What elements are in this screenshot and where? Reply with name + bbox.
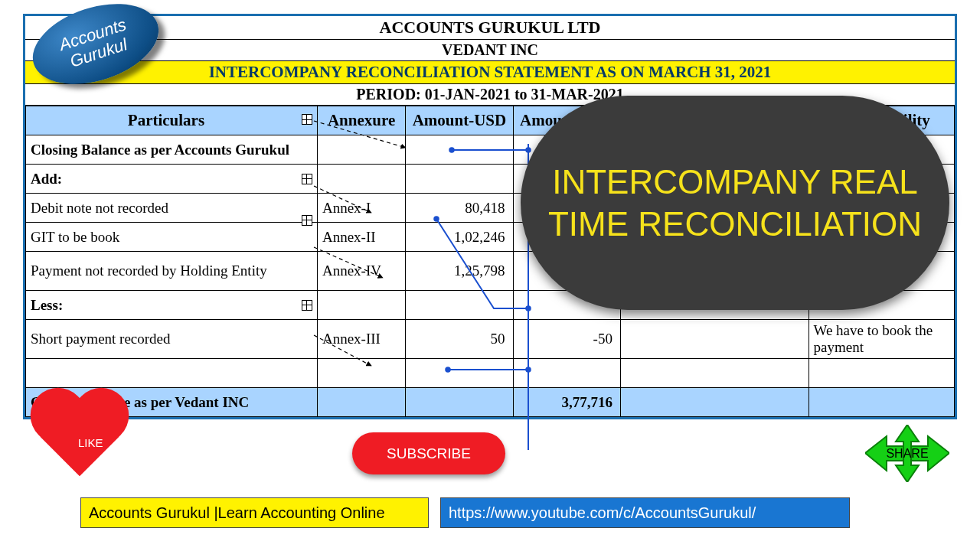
table-row: Short payment recorded Annex-III 50 -50 …: [26, 320, 955, 359]
like-label: LIKE: [78, 436, 103, 449]
company-1: ACCOUNTS GURUKUL LTD: [25, 16, 955, 40]
add-label: Add:: [26, 165, 318, 194]
col-amount-1: Amount-USD: [406, 106, 513, 135]
share-label: SHARE: [886, 447, 928, 461]
table-icon: [302, 300, 312, 311]
row-label: Short payment recorded: [26, 320, 318, 359]
row-amount: 50: [406, 320, 513, 359]
statement-title: INTERCOMPANY RECONCILIATION STATEMENT AS…: [25, 61, 955, 84]
footer-channel-name: Accounts Gurukul |Learn Accounting Onlin…: [80, 497, 429, 528]
table-icon: [302, 215, 312, 226]
like-heart-icon[interactable]: [54, 390, 161, 497]
row-label: Debit note not recorded: [26, 194, 318, 223]
closing-ag-label: Closing Balance as per Accounts Gurukul: [26, 135, 318, 165]
table-icon: [302, 114, 312, 125]
row-label: GIT to be book: [26, 223, 318, 252]
closing-row: Closing Balance as per Vedant INC 3,77,7…: [26, 388, 955, 417]
table-row: [26, 359, 955, 388]
footer-channel-url[interactable]: https://www.youtube.com/c/AccountsGuruku…: [440, 497, 850, 528]
less-label: Less:: [26, 291, 318, 320]
row-amount: 1,02,246: [406, 223, 513, 252]
row-amount: 1,25,798: [406, 252, 513, 291]
row-annex: Annex-III: [317, 320, 405, 359]
company-2: VEDANT INC: [25, 40, 955, 61]
closing-v-amount: 3,77,716: [513, 388, 620, 417]
col-annexure: Annexure: [317, 106, 405, 135]
row-amount: 80,418: [406, 194, 513, 223]
row-label: Payment not recorded by Holding Entity: [26, 252, 318, 291]
row-annex: Annex-IV: [317, 252, 405, 291]
row-responsibility: We have to book the payment: [808, 320, 955, 359]
table-icon: [302, 174, 312, 184]
row-annex: Annex-II: [317, 223, 405, 252]
row-subtotal: -50: [513, 320, 620, 359]
headline-pill: INTERCOMPANY REAL TIME RECONCILIATION: [521, 96, 949, 310]
row-annex: Annex-I: [317, 194, 405, 223]
subscribe-button[interactable]: SUBSCRIBE: [352, 432, 505, 474]
col-particulars: Particulars: [26, 106, 318, 135]
share-button[interactable]: SHARE: [865, 425, 949, 482]
